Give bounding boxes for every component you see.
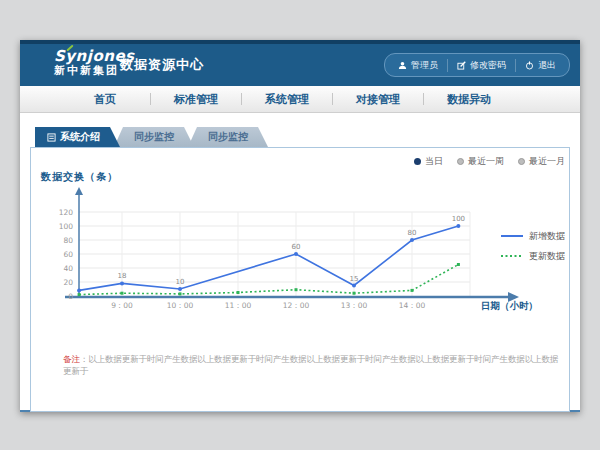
svg-text:20: 20 <box>63 278 73 287</box>
svg-text:40: 40 <box>63 264 73 273</box>
tab-system-intro[interactable]: 系统介绍 <box>35 127 120 147</box>
svg-text:120: 120 <box>59 208 74 217</box>
radio-last-week-label: 最近一周 <box>468 155 504 168</box>
main-nav: 首页 标准管理 系统管理 对接管理 数据异动 <box>20 86 580 113</box>
app-header: Synjones 新中新集团 数据资源中心 管理员 修改密码 <box>20 40 580 86</box>
user-menu: 管理员 修改密码 退出 <box>384 53 570 77</box>
nav-item-standard-mgmt[interactable]: 标准管理 <box>151 92 241 107</box>
radio-last-week[interactable]: 最近一周 <box>457 155 504 168</box>
svg-text:13 : 00: 13 : 00 <box>341 301 368 310</box>
change-password-button[interactable]: 修改密码 <box>447 59 515 72</box>
nav-item-system-mgmt[interactable]: 系统管理 <box>242 92 332 107</box>
radio-today-label: 当日 <box>425 155 443 168</box>
radio-last-month-label: 最近一月 <box>529 155 565 168</box>
svg-text:日期（小时）: 日期（小时） <box>481 300 538 312</box>
svg-text:0: 0 <box>68 292 73 301</box>
radio-unselected-dot[interactable] <box>457 158 464 165</box>
svg-text:9 : 00: 9 : 00 <box>111 301 133 310</box>
tab-sync-monitor-1[interactable]: 同步监控 <box>114 127 194 147</box>
svg-text:60: 60 <box>63 250 73 259</box>
power-icon <box>525 61 534 70</box>
footnote-label: 备注 <box>63 354 80 364</box>
tab-system-intro-label: 系统介绍 <box>60 130 100 144</box>
time-range-filter: 当日 最近一周 最近一月 <box>414 155 565 168</box>
svg-text:15: 15 <box>350 275 359 283</box>
user-menu-admin-label: 管理员 <box>411 59 438 72</box>
svg-text:新增数据: 新增数据 <box>529 231 565 241</box>
svg-text:14 : 00: 14 : 00 <box>399 301 426 310</box>
svg-text:100: 100 <box>452 215 465 223</box>
svg-text:80: 80 <box>63 236 73 245</box>
svg-text:80: 80 <box>408 229 417 237</box>
page-title: 数据资源中心 <box>120 44 204 86</box>
tab-sync-monitor-2-label: 同步监控 <box>208 130 248 144</box>
user-icon <box>398 61 407 70</box>
tab-bar: 系统介绍 同步监控 同步监控 <box>35 127 268 147</box>
svg-text:18: 18 <box>118 272 127 280</box>
nav-item-interface-mgmt[interactable]: 对接管理 <box>333 92 423 107</box>
radio-selected-dot[interactable] <box>414 158 421 165</box>
svg-text:60: 60 <box>292 243 301 251</box>
svg-text:100: 100 <box>59 222 74 231</box>
tab-sync-monitor-2[interactable]: 同步监控 <box>188 127 268 147</box>
svg-text:更新数据: 更新数据 <box>529 251 565 261</box>
change-password-label: 修改密码 <box>470 59 506 72</box>
user-menu-admin[interactable]: 管理员 <box>389 59 447 72</box>
nav-item-data-change[interactable]: 数据异动 <box>424 92 514 107</box>
line-chart: 0204060801001209 : 0010 : 0011 : 0012 : … <box>49 186 569 326</box>
footnote: 备注：以上数据更新于时间产生数据以上数据更新于时间产生数据以上数据更新于时间产生… <box>63 354 559 378</box>
radio-unselected-dot[interactable] <box>518 158 525 165</box>
edit-icon <box>457 61 466 70</box>
content-panel: 当日 最近一周 最近一月 数据交换（条） 0204060801001209 : … <box>30 147 570 412</box>
chart-y-axis-title: 数据交换（条） <box>41 170 118 184</box>
radio-last-month[interactable]: 最近一月 <box>518 155 565 168</box>
nav-item-home[interactable]: 首页 <box>60 92 150 107</box>
svg-text:10 : 00: 10 : 00 <box>167 301 194 310</box>
svg-text:12 : 00: 12 : 00 <box>283 301 310 310</box>
footnote-text: ：以上数据更新于时间产生数据以上数据更新于时间产生数据以上数据更新于时间产生数据… <box>63 354 558 376</box>
document-icon <box>47 133 56 142</box>
logout-button[interactable]: 退出 <box>515 59 565 72</box>
svg-text:10: 10 <box>176 278 185 286</box>
logout-label: 退出 <box>538 59 556 72</box>
tab-sync-monitor-1-label: 同步监控 <box>134 130 174 144</box>
svg-text:11 : 00: 11 : 00 <box>225 301 252 310</box>
app-window: Synjones 新中新集团 数据资源中心 管理员 修改密码 <box>20 40 580 412</box>
radio-today[interactable]: 当日 <box>414 155 443 168</box>
